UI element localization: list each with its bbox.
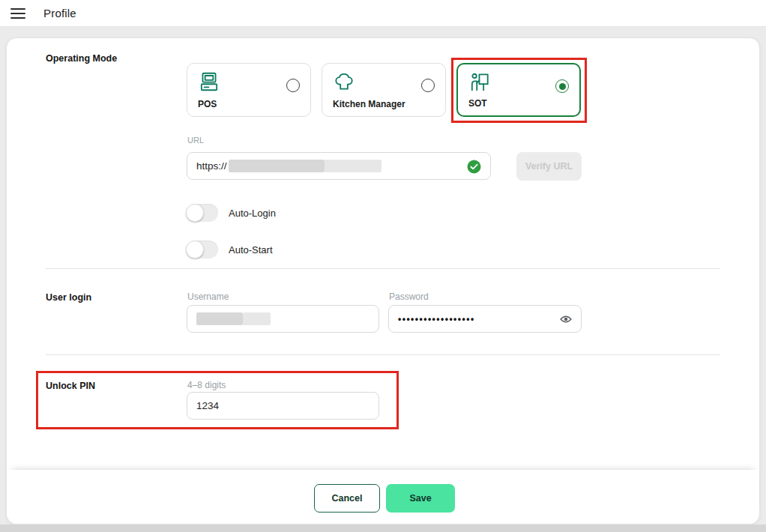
page-bottom-strip	[0, 525, 766, 532]
operating-mode-label: Operating Mode	[46, 53, 117, 64]
pos-radio[interactable]	[286, 79, 300, 92]
cancel-button[interactable]: Cancel	[314, 484, 380, 513]
url-verified-check-icon	[467, 160, 481, 174]
kitchen-manager-radio[interactable]	[421, 79, 435, 92]
operating-mode-option-pos[interactable]: POS	[187, 63, 311, 117]
unlock-pin-input[interactable]: 1234	[187, 392, 379, 420]
auto-start-toggle-knob	[186, 241, 204, 259]
pos-option-label: POS	[198, 99, 217, 109]
page-title: Profile	[43, 7, 76, 19]
username-label: Username	[187, 291, 229, 302]
sot-radio[interactable]	[555, 79, 569, 93]
url-label: URL	[187, 136, 204, 145]
url-value-prefix: https://	[196, 160, 227, 172]
auto-login-toggle[interactable]	[187, 204, 218, 222]
section-divider-2	[46, 354, 720, 355]
unlock-pin-value: 1234	[196, 400, 219, 411]
verify-url-button[interactable]: Verify URL	[516, 152, 582, 181]
auto-start-label: Auto-Start	[229, 244, 273, 256]
auto-login-label: Auto-Login	[229, 208, 276, 219]
kitchen-manager-option-label: Kitchen Manager	[333, 99, 405, 109]
app-bar: Profile	[0, 0, 766, 27]
operating-mode-option-kitchen-manager[interactable]: Kitchen Manager	[322, 63, 446, 117]
footer-action-bar: Cancel Save	[7, 470, 759, 524]
unlock-pin-hint: 4–8 digits	[187, 380, 226, 390]
profile-settings-card: Operating Mode POS Kitchen Manager SOT	[6, 37, 760, 525]
chef-hat-icon	[333, 70, 355, 93]
user-login-label: User login	[46, 292, 91, 303]
section-divider	[46, 268, 720, 269]
password-label: Password	[389, 291, 429, 302]
password-masked-value: ••••••••••••••••••	[398, 314, 475, 324]
save-button[interactable]: Save	[386, 484, 455, 513]
username-input[interactable]	[187, 305, 379, 333]
sot-option-label: SOT	[468, 98, 487, 109]
password-input[interactable]: ••••••••••••••••••	[388, 305, 582, 333]
pos-terminal-icon	[198, 70, 220, 93]
url-redacted-block	[229, 160, 325, 172]
operating-mode-option-sot[interactable]: SOT	[456, 63, 581, 117]
self-order-terminal-icon	[468, 71, 491, 94]
username-redacted-block	[196, 312, 243, 325]
username-redacted-block-2	[243, 312, 271, 325]
unlock-pin-label: Unlock PIN	[46, 381, 95, 391]
auto-login-toggle-knob	[186, 204, 204, 222]
url-input[interactable]: https://	[187, 152, 491, 180]
show-password-eye-icon[interactable]	[560, 315, 572, 324]
auto-start-toggle[interactable]	[187, 241, 218, 259]
hamburger-menu-icon[interactable]	[10, 8, 25, 19]
url-redacted-block-2	[325, 160, 382, 172]
